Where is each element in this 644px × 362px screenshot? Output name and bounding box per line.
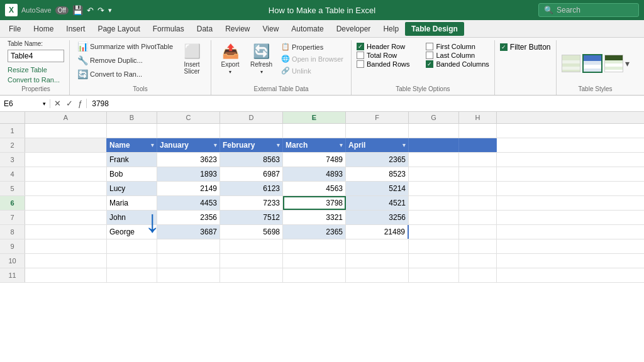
cell-H4[interactable]	[459, 167, 497, 181]
properties-btn[interactable]: 📋 Properties	[279, 41, 346, 52]
cell-C1[interactable]	[157, 124, 220, 138]
cell-B4[interactable]: Bob	[107, 167, 157, 181]
menu-home[interactable]: Home	[27, 22, 60, 36]
cell-G7[interactable]	[409, 211, 459, 224]
cell-A1[interactable]	[25, 124, 107, 138]
cell-F2-apr[interactable]: April ▾	[346, 138, 409, 152]
undo-icon[interactable]: ↶	[87, 6, 94, 15]
cell-A11[interactable]	[25, 268, 107, 282]
menu-file[interactable]: File	[3, 22, 27, 36]
cell-E1[interactable]	[283, 124, 346, 138]
cell-C7[interactable]: 2356	[157, 211, 220, 224]
cell-F9[interactable]	[346, 239, 409, 253]
first-column-checkbox[interactable]	[426, 43, 433, 50]
table-name-input[interactable]	[8, 50, 64, 62]
cell-G9[interactable]	[409, 239, 459, 253]
save-icon[interactable]: 💾	[72, 5, 83, 15]
cell-A4[interactable]	[25, 167, 107, 181]
menu-page-layout[interactable]: Page Layout	[91, 22, 146, 36]
cell-G8[interactable]	[409, 225, 459, 239]
cell-B7[interactable]: John	[107, 211, 157, 224]
total-row-check[interactable]: Total Row	[357, 52, 419, 59]
cell-B9[interactable]	[107, 239, 157, 253]
cell-B10[interactable]	[107, 254, 157, 268]
cell-E9[interactable]	[283, 239, 346, 253]
cell-E6-selected[interactable]: 3798	[283, 196, 346, 210]
cell-F8[interactable]: 21489	[346, 225, 409, 239]
cell-F7[interactable]: 3256	[346, 211, 409, 224]
cell-B8[interactable]: George	[107, 225, 157, 239]
header-row-check[interactable]: Header Row	[357, 43, 419, 50]
cell-B11[interactable]	[107, 268, 157, 282]
menu-help[interactable]: Help	[377, 22, 405, 36]
cell-E5[interactable]: 4563	[283, 182, 346, 195]
filter-icon-mar[interactable]: ▾	[340, 142, 343, 148]
filter-icon-apr[interactable]: ▾	[402, 142, 406, 148]
cell-D1[interactable]	[220, 124, 283, 138]
cell-E10[interactable]	[283, 254, 346, 268]
cell-H10[interactable]	[459, 254, 497, 268]
filter-icon-name[interactable]: ▾	[151, 142, 154, 148]
cell-A10[interactable]	[25, 254, 107, 268]
col-header-D[interactable]: D	[220, 112, 283, 123]
menu-review[interactable]: Review	[219, 22, 256, 36]
cell-C6[interactable]: 4453	[157, 196, 220, 210]
cell-G10[interactable]	[409, 254, 459, 268]
cell-H6[interactable]	[459, 196, 497, 210]
cell-F6[interactable]: 4521	[346, 196, 409, 210]
cell-H8[interactable]	[459, 225, 497, 239]
unlink-btn[interactable]: 🔗 Unlink	[279, 65, 346, 76]
style-more-btn[interactable]: ▾	[625, 58, 630, 69]
last-column-checkbox[interactable]	[426, 52, 433, 59]
cell-H7[interactable]	[459, 211, 497, 224]
cell-E11[interactable]	[283, 268, 346, 282]
cell-F5[interactable]: 5214	[346, 182, 409, 195]
cell-C8[interactable]: 3687	[157, 225, 220, 239]
cell-A5[interactable]	[25, 182, 107, 195]
convert-range-btn[interactable]: 🔄 Convert to Ran...	[75, 68, 175, 80]
cell-C10[interactable]	[157, 254, 220, 268]
refresh-btn[interactable]: 🔄 Refresh ▾	[247, 40, 276, 78]
col-header-H[interactable]: H	[459, 112, 497, 123]
cell-B5[interactable]: Lucy	[107, 182, 157, 195]
banded-rows-check[interactable]: Banded Rows	[357, 60, 419, 68]
cell-D10[interactable]	[220, 254, 283, 268]
col-header-G[interactable]: G	[409, 112, 459, 123]
menu-developer[interactable]: Developer	[330, 22, 377, 36]
cancel-formula-btn[interactable]: ✕	[53, 99, 62, 108]
cell-D8[interactable]: 5698	[220, 225, 283, 239]
last-column-check[interactable]: Last Column	[426, 52, 489, 59]
cell-B3[interactable]: Frank	[107, 153, 157, 167]
convert-to-range-btn[interactable]: Convert to Ran...	[8, 75, 60, 84]
cell-F4[interactable]: 8523	[346, 167, 409, 181]
quick-access-more[interactable]: ▾	[108, 6, 112, 14]
total-row-checkbox[interactable]	[357, 52, 364, 59]
cell-H5[interactable]	[459, 182, 497, 195]
cell-G2[interactable]	[409, 138, 459, 152]
menu-insert[interactable]: Insert	[60, 22, 91, 36]
cell-F1[interactable]	[346, 124, 409, 138]
cell-G11[interactable]	[409, 268, 459, 282]
cell-G1[interactable]	[409, 124, 459, 138]
cell-E2-mar[interactable]: March ▾	[283, 138, 346, 152]
cell-D11[interactable]	[220, 268, 283, 282]
cell-H2[interactable]	[459, 138, 497, 152]
col-header-E[interactable]: E	[283, 112, 346, 123]
cell-B2-name[interactable]: Name ▾	[107, 138, 157, 152]
cell-G6[interactable]	[409, 196, 459, 210]
cell-D9[interactable]	[220, 239, 283, 253]
menu-table-design[interactable]: Table Design	[405, 22, 464, 36]
cell-B1[interactable]	[107, 124, 157, 138]
banded-columns-checkbox[interactable]	[426, 60, 433, 68]
cell-C2-jan[interactable]: January ▾	[157, 138, 220, 152]
cell-H3[interactable]	[459, 153, 497, 167]
cell-D3[interactable]: 8563	[220, 153, 283, 167]
filter-icon-feb[interactable]: ▾	[277, 142, 280, 148]
cell-E8[interactable]: 2365	[283, 225, 346, 239]
filter-button-checkbox[interactable]	[500, 43, 508, 51]
formula-input[interactable]: 3798	[87, 99, 644, 108]
cell-D5[interactable]: 6123	[220, 182, 283, 195]
cell-E7[interactable]: 3321	[283, 211, 346, 224]
cell-H9[interactable]	[459, 239, 497, 253]
cell-D2-feb[interactable]: February ▾	[220, 138, 283, 152]
